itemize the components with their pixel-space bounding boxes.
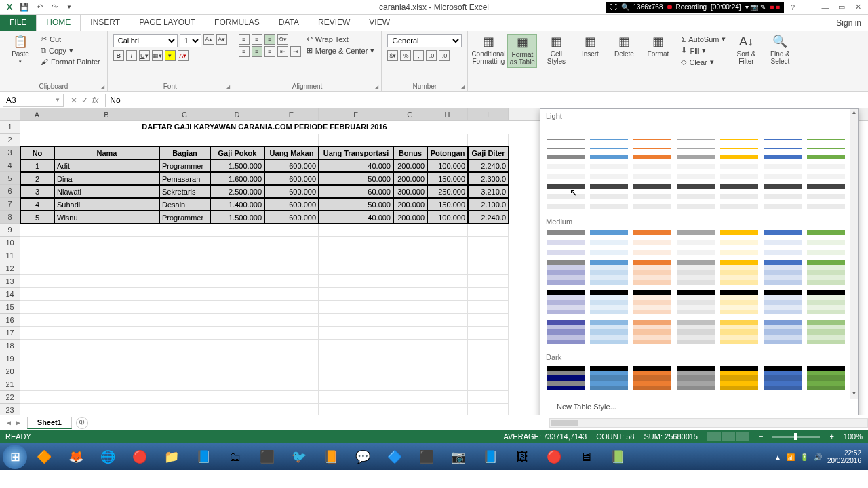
conditional-formatting-button[interactable]: ▦Conditional Formatting — [473, 34, 503, 66]
empty-cell[interactable] — [264, 404, 319, 415]
find-select-button[interactable]: 🔍Find & Select — [765, 34, 795, 66]
empty-cell[interactable] — [468, 391, 509, 404]
empty-cell[interactable] — [20, 301, 54, 314]
zoom-slider[interactable] — [772, 436, 820, 438]
table-style-swatch[interactable] — [676, 230, 715, 256]
table-style-swatch[interactable] — [763, 154, 802, 180]
number-launcher-icon[interactable]: ◢ — [460, 84, 465, 90]
table-style-swatch[interactable] — [676, 289, 715, 315]
data-cell[interactable]: 4 — [20, 198, 54, 211]
empty-cell[interactable] — [319, 301, 393, 314]
empty-cell[interactable] — [264, 378, 319, 391]
copy-button[interactable]: ⧉ Copy ▾ — [39, 45, 102, 56]
data-cell[interactable]: 200.000 — [393, 198, 427, 211]
name-box[interactable]: A3▼ — [3, 94, 64, 107]
clipboard-launcher-icon[interactable]: ◢ — [100, 84, 104, 90]
row-header-19[interactable]: 19 — [0, 352, 20, 365]
empty-cell[interactable] — [54, 275, 159, 288]
cancel-formula-icon[interactable]: ✕ — [71, 96, 77, 105]
data-cell[interactable]: 2.240.0 — [468, 211, 509, 224]
alignment-launcher-icon[interactable]: ◢ — [374, 84, 378, 90]
empty-cell[interactable] — [393, 134, 427, 146]
data-cell[interactable]: Wisnu — [54, 211, 159, 224]
empty-cell[interactable] — [20, 275, 54, 288]
empty-cell[interactable] — [427, 404, 468, 415]
table-style-swatch[interactable] — [676, 124, 715, 150]
table-style-swatch[interactable] — [763, 184, 802, 209]
table-style-swatch[interactable] — [719, 230, 759, 256]
empty-cell[interactable] — [319, 288, 393, 301]
data-cell[interactable]: 60.000 — [319, 185, 393, 198]
empty-cell[interactable] — [393, 249, 427, 262]
empty-cell[interactable] — [264, 365, 319, 378]
taskbar-app-3[interactable]: 🗂 — [220, 445, 250, 468]
data-cell[interactable]: Suhadi — [54, 198, 159, 211]
data-cell[interactable]: 100.000 — [427, 211, 468, 224]
empty-cell[interactable] — [468, 262, 509, 275]
table-style-swatch[interactable] — [719, 154, 759, 180]
empty-cell[interactable] — [159, 327, 210, 340]
row-header-4[interactable]: 4 — [0, 159, 20, 172]
font-launcher-icon[interactable]: ◢ — [226, 84, 230, 90]
empty-cell[interactable] — [264, 314, 319, 327]
row-header-8[interactable]: 8 — [0, 211, 20, 224]
enter-formula-icon[interactable]: ✓ — [81, 96, 88, 105]
zoom-in-icon[interactable]: + — [829, 432, 833, 441]
empty-cell[interactable] — [319, 404, 393, 415]
table-style-swatch[interactable] — [633, 124, 672, 150]
title-cell[interactable]: DAFTAR GAJI KARYAWAN CARANIA.COM PERIODE… — [20, 121, 509, 134]
empty-cell[interactable] — [210, 378, 264, 391]
empty-cell[interactable] — [393, 314, 427, 327]
row-header-5[interactable]: 5 — [0, 172, 20, 185]
empty-cell[interactable] — [427, 340, 468, 352]
row-header-23[interactable]: 23 — [0, 404, 20, 415]
data-cell[interactable]: 150.000 — [427, 198, 468, 211]
data-cell[interactable]: 600.000 — [264, 211, 319, 224]
empty-cell[interactable] — [210, 249, 264, 262]
empty-cell[interactable] — [20, 352, 54, 365]
empty-cell[interactable] — [468, 365, 509, 378]
header-cell[interactable]: Bonus — [393, 146, 427, 159]
autosum-button[interactable]: Σ AutoSum ▾ — [679, 34, 727, 44]
table-style-swatch[interactable] — [806, 154, 846, 180]
empty-cell[interactable] — [264, 301, 319, 314]
data-cell[interactable]: Niawati — [54, 185, 159, 198]
table-style-swatch[interactable] — [806, 124, 846, 150]
empty-cell[interactable] — [393, 275, 427, 288]
empty-cell[interactable] — [20, 237, 54, 249]
taskbar-explorer-icon[interactable]: 📁 — [156, 445, 186, 468]
fill-button[interactable]: ⬇ Fill ▾ — [679, 45, 727, 56]
empty-cell[interactable] — [393, 352, 427, 365]
empty-cell[interactable] — [264, 134, 319, 146]
insert-cells-button[interactable]: ▦Insert — [575, 34, 605, 59]
table-style-swatch[interactable] — [546, 184, 585, 209]
taskbar-excel-icon[interactable]: 📗 — [602, 445, 633, 468]
taskbar-app-12[interactable]: 🖥 — [570, 445, 601, 468]
data-cell[interactable]: 2.500.000 — [210, 185, 264, 198]
row-header-3[interactable]: 3 — [0, 146, 20, 159]
empty-cell[interactable] — [210, 404, 264, 415]
empty-cell[interactable] — [319, 391, 393, 404]
table-style-swatch[interactable] — [589, 124, 629, 150]
empty-cell[interactable] — [20, 224, 54, 237]
underline-button[interactable]: U▾ — [139, 50, 150, 61]
empty-cell[interactable] — [427, 378, 468, 391]
table-style-swatch[interactable] — [589, 319, 629, 345]
data-cell[interactable]: 40.000 — [319, 159, 393, 172]
col-header-C[interactable]: C — [159, 108, 210, 120]
empty-cell[interactable] — [20, 134, 54, 146]
empty-cell[interactable] — [210, 391, 264, 404]
table-style-swatch[interactable] — [676, 260, 715, 285]
align-right-icon[interactable]: ≡ — [264, 46, 275, 57]
tray-clock[interactable]: 22:5220/02/2016 — [827, 449, 861, 464]
select-all-corner[interactable] — [0, 108, 20, 120]
data-cell[interactable]: 5 — [20, 211, 54, 224]
empty-cell[interactable] — [54, 237, 159, 249]
restore-icon[interactable]: ▭ — [834, 1, 849, 14]
format-painter-button[interactable]: 🖌 Format Painter — [39, 57, 102, 66]
empty-cell[interactable] — [20, 314, 54, 327]
empty-cell[interactable] — [393, 404, 427, 415]
empty-cell[interactable] — [54, 327, 159, 340]
taskbar-app-8[interactable]: ⬛ — [411, 445, 441, 468]
cell-styles-button[interactable]: ▦Cell Styles — [541, 34, 571, 66]
